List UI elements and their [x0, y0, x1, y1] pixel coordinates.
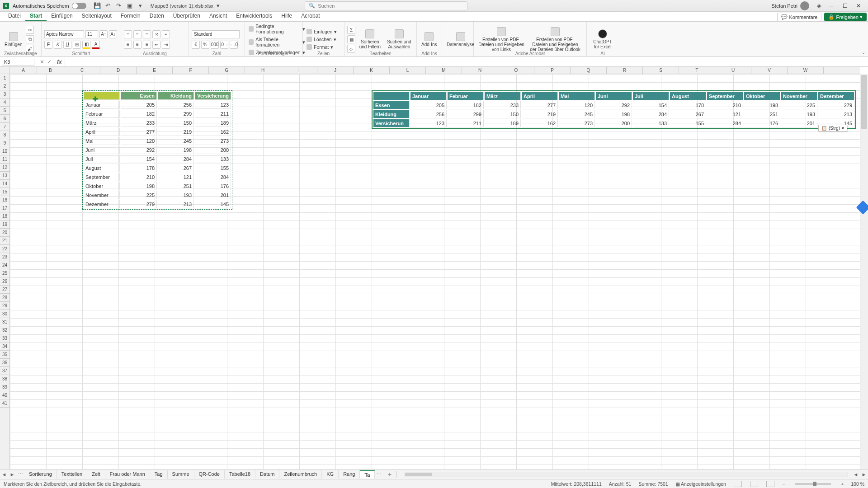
user-avatar[interactable] [800, 1, 809, 10]
select-all-corner[interactable] [0, 67, 10, 74]
fill-icon[interactable]: ▦ [347, 35, 355, 43]
table2-cell[interactable]: 251 [744, 110, 780, 118]
align-top-icon[interactable]: ≡ [124, 30, 132, 38]
row-header-34[interactable]: 34 [0, 343, 9, 351]
row-header-38[interactable]: 38 [0, 375, 9, 383]
italic-button[interactable]: K [54, 41, 62, 49]
conditional-formatting-button[interactable]: Bedingte Formatierung ▾ [248, 23, 306, 35]
table1-cell[interactable]: 284 [158, 155, 194, 163]
row-header-26[interactable]: 26 [0, 277, 9, 286]
table2-header[interactable]: Juli [633, 92, 669, 100]
table1-rowhead[interactable]: August [84, 164, 120, 172]
row-header-13[interactable]: 13 [0, 172, 9, 180]
close-button[interactable]: ✕ [852, 3, 865, 9]
col-header-H[interactable]: H [245, 67, 281, 74]
table2-cell[interactable]: 273 [559, 119, 595, 127]
row-header-31[interactable]: 31 [0, 318, 9, 326]
hscroll-thumb[interactable] [405, 473, 432, 476]
table2-header[interactable]: August [670, 92, 706, 100]
diamond-icon[interactable]: ◈ [816, 2, 823, 9]
currency-icon[interactable]: € [192, 41, 200, 49]
table1-cell[interactable]: 277 [121, 128, 157, 136]
row-header-15[interactable]: 15 [0, 188, 9, 196]
table1-rowhead[interactable]: Mai [84, 137, 120, 145]
align-middle-icon[interactable]: ≡ [133, 30, 142, 38]
maximize-button[interactable]: ☐ [838, 3, 852, 9]
sheet-tab[interactable]: KG [322, 470, 339, 479]
table1-header[interactable]: Essen [121, 92, 157, 100]
row-header-22[interactable]: 22 [0, 245, 9, 253]
table1-header[interactable]: Versicherung [195, 92, 231, 100]
table1-cell[interactable]: 205 [121, 101, 157, 109]
table2-cell[interactable]: 155 [670, 119, 706, 127]
comments-button[interactable]: 💬 Kommentare [777, 13, 821, 21]
table2-cell[interactable]: 210 [707, 101, 743, 109]
share-button[interactable]: 🔒 Freigeben ▾ [824, 13, 867, 21]
search-box[interactable]: 🔍 Suchen [305, 1, 467, 10]
table2-header[interactable]: November [781, 92, 817, 100]
undo-icon[interactable]: ↶ [104, 2, 112, 9]
sheet-tab[interactable]: Tag [150, 470, 168, 479]
table2-cell[interactable]: 279 [818, 101, 854, 109]
table2-rowhead[interactable]: Essen [373, 101, 410, 109]
increase-font-icon[interactable]: A↑ [99, 30, 108, 38]
row-header-28[interactable]: 28 [0, 294, 9, 302]
row-header-2[interactable]: 2 [0, 82, 9, 90]
row-header-17[interactable]: 17 [0, 204, 9, 212]
table2-cell[interactable]: 225 [781, 101, 817, 109]
worksheet-grid[interactable]: ABCDEFGHIJKLMNOPQRSTUVW 1234567891011121… [0, 67, 868, 469]
table1-cell[interactable]: 155 [195, 164, 231, 172]
table1-rowhead[interactable]: Januar [84, 101, 120, 109]
table1-cell[interactable]: 267 [158, 164, 194, 172]
col-header-V[interactable]: V [751, 67, 788, 74]
paste-options-badge[interactable]: 📋 (Strg) ▾ [818, 125, 847, 131]
sheet-tab[interactable]: Ta [360, 470, 375, 479]
table1-cell[interactable]: 211 [195, 110, 231, 118]
comma-icon[interactable]: 000 [211, 41, 219, 49]
col-header-S[interactable]: S [643, 67, 679, 74]
row-header-37[interactable]: 37 [0, 367, 9, 375]
row-header-7[interactable]: 7 [0, 123, 9, 131]
table2-cell[interactable]: 198 [596, 110, 632, 118]
table1-cell[interactable]: 284 [195, 173, 231, 181]
table1-rowhead[interactable]: Oktober [84, 182, 120, 190]
scrollbar-thumb[interactable] [861, 75, 867, 129]
sheet-tab[interactable]: Zeilenumbruch [279, 470, 322, 479]
table1-cell[interactable]: 178 [121, 164, 157, 172]
row-header-10[interactable]: 10 [0, 147, 9, 155]
col-header-C[interactable]: C [64, 67, 100, 74]
col-header-K[interactable]: K [354, 67, 390, 74]
horizontal-scrollbar[interactable] [404, 472, 848, 477]
row-header-9[interactable]: 9 [0, 139, 9, 147]
sheet-nav-prev[interactable]: ◄ [0, 472, 8, 477]
borders-icon[interactable]: ⊞ [73, 41, 81, 49]
table2-header[interactable]: Januar [410, 92, 447, 100]
row-header-14[interactable]: 14 [0, 180, 9, 188]
copy-icon[interactable]: ⧉ [26, 35, 34, 43]
sheet-tab[interactable]: Textteilen [57, 470, 87, 479]
col-header-W[interactable]: W [788, 67, 824, 74]
table1-cell[interactable]: 121 [158, 173, 194, 181]
row-header-21[interactable]: 21 [0, 237, 9, 245]
table1-cell[interactable]: 176 [195, 182, 231, 190]
table2-header[interactable]: März [485, 92, 521, 100]
row-header-5[interactable]: 5 [0, 107, 9, 115]
table2-cell[interactable]: 299 [448, 110, 484, 118]
sheet-tab[interactable]: Summe [168, 470, 194, 479]
table1-cell[interactable]: 233 [121, 119, 157, 127]
row-header-16[interactable]: 16 [0, 196, 9, 204]
table2-cell[interactable]: 284 [633, 110, 669, 118]
col-header-O[interactable]: O [498, 67, 534, 74]
table2-cell[interactable]: 267 [670, 110, 706, 118]
table2-cell[interactable]: 162 [522, 119, 558, 127]
table1-cell[interactable]: 200 [195, 146, 231, 154]
source-table[interactable]: ✚EssenKleidungVersicherungJanuar20525612… [82, 90, 232, 210]
row-header-41[interactable]: 41 [0, 399, 9, 408]
col-header-E[interactable]: E [137, 67, 173, 74]
table2-cell[interactable]: 133 [633, 119, 669, 127]
col-header-L[interactable]: L [390, 67, 426, 74]
tab-acrobat[interactable]: Acrobat [297, 11, 324, 21]
table1-cell[interactable]: 292 [121, 146, 157, 154]
row-header-27[interactable]: 27 [0, 286, 9, 294]
table2-rowhead[interactable]: Versicherun [373, 119, 410, 127]
